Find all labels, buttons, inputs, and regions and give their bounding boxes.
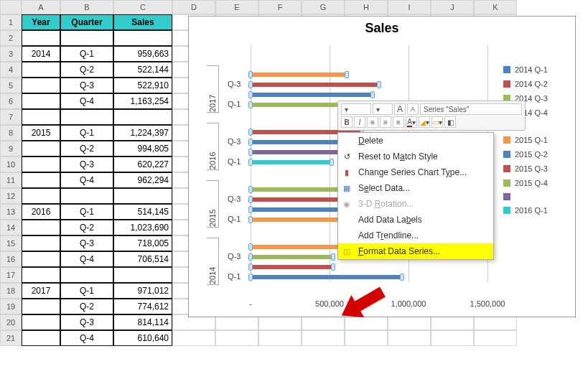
align-right-btn[interactable]: ≡ bbox=[393, 116, 404, 128]
column-header[interactable]: E bbox=[215, 0, 258, 14]
legend-item[interactable]: 2015 Q-4 bbox=[503, 179, 568, 187]
cell-quarter[interactable] bbox=[60, 267, 113, 283]
column-header[interactable]: D bbox=[172, 0, 215, 14]
menu-add-trendline[interactable]: Add Trendline... bbox=[338, 228, 493, 243]
cell[interactable] bbox=[345, 330, 388, 346]
cell-year[interactable] bbox=[22, 78, 60, 93]
cell-year[interactable]: 2014 bbox=[22, 46, 60, 62]
cell-sales[interactable] bbox=[113, 30, 172, 46]
cell-year[interactable]: 2015 bbox=[22, 125, 60, 141]
legend-item[interactable]: 2015 Q-3 bbox=[503, 164, 568, 173]
format-painter-btn[interactable]: ◧ bbox=[444, 116, 456, 128]
cell-quarter[interactable]: Q-1 bbox=[60, 125, 113, 141]
cell-year[interactable]: 2017 bbox=[22, 283, 60, 299]
menu-add-data-labels[interactable]: Add Data Labels bbox=[338, 212, 493, 228]
chart-bar[interactable] bbox=[251, 93, 373, 97]
column-header[interactable]: C bbox=[113, 0, 172, 14]
cell-quarter[interactable]: Q-2 bbox=[60, 299, 113, 314]
row-header[interactable]: 6 bbox=[0, 93, 22, 109]
cell-year[interactable] bbox=[22, 30, 60, 46]
cell-sales[interactable]: 774,612 bbox=[113, 299, 172, 314]
cell-quarter[interactable]: Q-3 bbox=[60, 235, 113, 251]
legend-item[interactable]: 2016 Q-1 bbox=[503, 206, 568, 215]
outline-btn[interactable]: ▭▾ bbox=[431, 116, 443, 128]
table-header-cell[interactable]: Quarter bbox=[60, 14, 113, 30]
cell-quarter[interactable]: Q-4 bbox=[60, 251, 113, 267]
cell-quarter[interactable]: Q-1 bbox=[60, 46, 113, 62]
chart-bar[interactable] bbox=[251, 160, 332, 164]
column-header[interactable] bbox=[0, 0, 22, 14]
cell-quarter[interactable]: Q-1 bbox=[60, 204, 113, 220]
row-header[interactable]: 1 bbox=[0, 14, 22, 30]
cell-year[interactable] bbox=[22, 157, 60, 172]
cell-quarter[interactable]: Q-2 bbox=[60, 141, 113, 157]
cell-year[interactable] bbox=[22, 172, 60, 188]
row-header[interactable]: 3 bbox=[0, 46, 22, 62]
row-header[interactable]: 9 bbox=[0, 141, 22, 157]
cell[interactable] bbox=[302, 330, 345, 346]
menu-format-data-series[interactable]: ◫Format Data Series... bbox=[338, 243, 493, 259]
legend-item[interactable]: 2014 Q-1 bbox=[503, 65, 568, 74]
cell-sales[interactable]: 959,663 bbox=[113, 46, 172, 62]
cell-quarter[interactable] bbox=[60, 30, 113, 46]
row-header[interactable]: 5 bbox=[0, 78, 22, 93]
row-header[interactable]: 15 bbox=[0, 235, 22, 251]
cell-sales[interactable]: 1,224,397 bbox=[113, 125, 172, 141]
row-header[interactable]: 16 bbox=[0, 251, 22, 267]
cell-quarter[interactable]: Q-3 bbox=[60, 157, 113, 172]
cell-quarter[interactable]: Q-3 bbox=[60, 78, 113, 93]
column-header[interactable]: A bbox=[22, 0, 60, 14]
cell[interactable] bbox=[431, 330, 474, 346]
table-header-cell[interactable]: Year bbox=[22, 14, 60, 30]
column-header[interactable]: K bbox=[474, 0, 517, 14]
align-center-btn[interactable]: ≡ bbox=[380, 116, 391, 128]
cell-sales[interactable] bbox=[113, 267, 172, 283]
cell-quarter[interactable] bbox=[60, 109, 113, 125]
cell-year[interactable]: 2016 bbox=[22, 204, 60, 220]
row-header[interactable]: 21 bbox=[0, 330, 22, 346]
row-header[interactable]: 4 bbox=[0, 62, 22, 78]
cell-year[interactable] bbox=[22, 220, 60, 235]
cell-year[interactable] bbox=[22, 188, 60, 204]
fill-color-btn[interactable]: ◢▾ bbox=[419, 116, 430, 128]
row-header[interactable]: 19 bbox=[0, 299, 22, 314]
column-header[interactable]: B bbox=[60, 0, 113, 14]
column-header[interactable]: G bbox=[302, 0, 345, 14]
cell[interactable] bbox=[172, 330, 215, 346]
cell-sales[interactable]: 522,144 bbox=[113, 62, 172, 78]
cell-year[interactable] bbox=[22, 267, 60, 283]
font-color-btn[interactable]: A▾ bbox=[406, 116, 417, 128]
cell-year[interactable] bbox=[22, 314, 60, 330]
font-size-dd[interactable]: ▾ bbox=[373, 103, 393, 115]
cell-year[interactable] bbox=[22, 330, 60, 346]
row-header[interactable]: 17 bbox=[0, 267, 22, 283]
cell-quarter[interactable]: Q-2 bbox=[60, 62, 113, 78]
cell-quarter[interactable]: Q-1 bbox=[60, 283, 113, 299]
cell-quarter[interactable]: Q-4 bbox=[60, 172, 113, 188]
row-header[interactable]: 2 bbox=[0, 30, 22, 46]
cell-sales[interactable]: 994,805 bbox=[113, 141, 172, 157]
cell-sales[interactable]: 718,005 bbox=[113, 235, 172, 251]
chart-bar[interactable] bbox=[251, 73, 347, 77]
font-family-dd[interactable]: ▾ bbox=[341, 103, 371, 115]
cell-year[interactable] bbox=[22, 251, 60, 267]
menu-reset-style[interactable]: ↺Reset to Match Style bbox=[338, 149, 493, 164]
cell-sales[interactable]: 962,294 bbox=[113, 172, 172, 188]
cell-quarter[interactable]: Q-2 bbox=[60, 220, 113, 235]
italic-btn[interactable]: I bbox=[354, 116, 365, 128]
chart-legend[interactable]: 2014 Q-12014 Q-22014 Q-32014 Q-42015 Q-1… bbox=[503, 60, 568, 220]
row-header[interactable]: 20 bbox=[0, 314, 22, 330]
chart-bar[interactable] bbox=[251, 265, 333, 269]
cell[interactable] bbox=[258, 330, 302, 346]
chart-bar[interactable] bbox=[251, 255, 333, 259]
cell-sales[interactable]: 514,145 bbox=[113, 204, 172, 220]
cell-sales[interactable]: 610,640 bbox=[113, 330, 172, 346]
row-header[interactable]: 10 bbox=[0, 157, 22, 172]
column-header[interactable]: F bbox=[258, 0, 302, 14]
legend-item[interactable]: 2015 Q-1 bbox=[503, 136, 568, 144]
align-left-btn[interactable]: ≡ bbox=[367, 116, 378, 128]
cell-quarter[interactable]: Q-4 bbox=[60, 330, 113, 346]
cell-quarter[interactable] bbox=[60, 188, 113, 204]
cell-sales[interactable] bbox=[113, 188, 172, 204]
cell-sales[interactable]: 814,114 bbox=[113, 314, 172, 330]
